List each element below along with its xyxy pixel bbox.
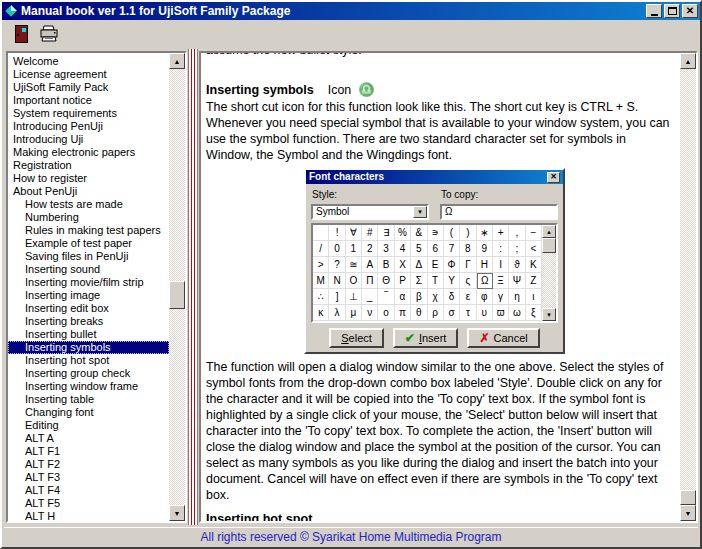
symbol-cell[interactable]: >	[313, 257, 329, 273]
sidebar-item[interactable]: ALT H	[8, 510, 169, 521]
grid-scroll-down-icon[interactable]: ▼	[542, 308, 556, 321]
symbol-cell[interactable]: ]	[329, 289, 345, 305]
symbol-cell[interactable]: ϖ	[493, 305, 509, 321]
symbol-cell[interactable]: 4	[395, 241, 411, 257]
sidebar-item[interactable]: Inserting window frame	[8, 380, 169, 393]
sidebar-scroll-down-icon[interactable]: ▼	[169, 505, 185, 521]
symbol-cell[interactable]: μ	[346, 305, 362, 321]
sidebar-scroll-thumb[interactable]	[169, 281, 185, 309]
symbol-cell[interactable]: ο	[378, 305, 394, 321]
symbol-cell[interactable]: Η	[477, 257, 493, 273]
symbol-cell[interactable]: (	[444, 225, 460, 241]
symbol-cell[interactable]: ,	[509, 225, 525, 241]
symbol-cell[interactable]: Κ	[526, 257, 542, 273]
symbol-cell[interactable]: _	[362, 289, 378, 305]
sidebar-item[interactable]: Inserting movie/film strip	[8, 276, 169, 289]
sidebar-item[interactable]: Inserting sound	[8, 263, 169, 276]
sidebar-item[interactable]: Registration	[8, 159, 169, 172]
sidebar-item[interactable]: Inserting group check	[8, 367, 169, 380]
sidebar-scroll-up-icon[interactable]: ▲	[169, 53, 185, 69]
symbol-cell[interactable]: 2	[362, 241, 378, 257]
sidebar-item[interactable]: UjiSoft Family Pack	[8, 81, 169, 94]
sidebar-item[interactable]: Welcome	[8, 55, 169, 68]
content-scroll-down-icon[interactable]: ▼	[680, 505, 696, 521]
symbol-cell[interactable]: ;	[509, 241, 525, 257]
sidebar-item[interactable]: ALT F1	[8, 445, 169, 458]
symbol-cell[interactable]: α	[395, 289, 411, 305]
symbol-cell[interactable]: φ	[477, 289, 493, 305]
symbol-cell[interactable]: Ο	[346, 273, 362, 289]
sidebar-item[interactable]: ALT A	[8, 432, 169, 445]
symbol-cell[interactable]: Γ	[460, 257, 476, 273]
sidebar-scrollbar[interactable]: ▲ ▼	[169, 53, 185, 521]
symbol-cell[interactable]: ι	[526, 289, 542, 305]
sidebar-item[interactable]: Inserting hot spot	[8, 354, 169, 367]
sidebar-item[interactable]: License agreement	[8, 68, 169, 81]
symbol-cell[interactable]: Ρ	[395, 273, 411, 289]
sidebar-item[interactable]: Making electronic papers	[8, 146, 169, 159]
symbol-cell[interactable]: Ι	[493, 257, 509, 273]
symbol-cell[interactable]: ξ	[526, 305, 542, 321]
symbol-cell[interactable]: Ξ	[493, 273, 509, 289]
symbol-cell[interactable]: Μ	[313, 273, 329, 289]
symbol-cell[interactable]: ρ	[428, 305, 444, 321]
sidebar-item[interactable]: Inserting table	[8, 393, 169, 406]
sidebar-item[interactable]: Changing font	[8, 406, 169, 419]
symbol-cell[interactable]: 6	[428, 241, 444, 257]
tocopy-input[interactable]: Ω	[440, 204, 558, 220]
symbol-cell[interactable]: θ	[411, 305, 427, 321]
symbol-cell[interactable]: Δ	[411, 257, 427, 273]
symbol-cell[interactable]: Β	[378, 257, 394, 273]
symbol-cell[interactable]: #	[362, 225, 378, 241]
grid-scrollbar[interactable]: ▲ ▼	[542, 225, 556, 321]
symbol-cell[interactable]: Φ	[444, 257, 460, 273]
sidebar-item[interactable]: Inserting image	[8, 289, 169, 302]
symbol-cell[interactable]: ∗	[477, 225, 493, 241]
symbol-cell[interactable]: γ	[493, 289, 509, 305]
symbol-cell[interactable]: δ	[444, 289, 460, 305]
maximize-button[interactable]	[664, 4, 680, 18]
symbol-cell[interactable]: Π	[362, 273, 378, 289]
sidebar-item[interactable]: Inserting edit box	[8, 302, 169, 315]
symbol-cell[interactable]: τ	[460, 305, 476, 321]
sidebar-item[interactable]: Inserting symbols	[8, 341, 169, 354]
symbol-cell[interactable]: 1	[346, 241, 362, 257]
symbol-cell[interactable]: ∴	[313, 289, 329, 305]
symbol-cell[interactable]: :	[493, 241, 509, 257]
symbol-cell[interactable]: 7	[444, 241, 460, 257]
symbol-cell[interactable]: ε	[460, 289, 476, 305]
grid-scroll-up-icon[interactable]: ▲	[542, 225, 556, 238]
symbol-cell[interactable]: Α	[362, 257, 378, 273]
sidebar-item[interactable]: About PenUji	[8, 185, 169, 198]
sidebar-item[interactable]: Inserting breaks	[8, 315, 169, 328]
symbol-cell[interactable]: ω	[509, 305, 525, 321]
symbol-cell[interactable]: ⊥	[346, 289, 362, 305]
symbol-cell[interactable]: σ	[444, 305, 460, 321]
symbol-cell[interactable]: Τ	[428, 273, 444, 289]
sidebar-item[interactable]: How to register	[8, 172, 169, 185]
symbol-cell[interactable]: /	[313, 241, 329, 257]
symbol-cell[interactable]: Σ	[411, 273, 427, 289]
sidebar-item[interactable]: ALT F2	[8, 458, 169, 471]
dialog-close-icon[interactable]: ✕	[547, 172, 560, 183]
symbol-cell[interactable]: Ω	[477, 273, 493, 289]
symbol-cell[interactable]: +	[493, 225, 509, 241]
combo-dropdown-icon[interactable]: ▼	[413, 206, 427, 218]
symbol-cell[interactable]: ‾	[378, 289, 394, 305]
sidebar-item[interactable]: Saving files in PenUji	[8, 250, 169, 263]
sidebar-item[interactable]: ALT F4	[8, 484, 169, 497]
symbol-cell[interactable]: −	[526, 225, 542, 241]
symbol-cell[interactable]: Ψ	[509, 273, 525, 289]
symbol-cell[interactable]: %	[395, 225, 411, 241]
insert-button[interactable]: ✔ Insert	[393, 328, 459, 348]
close-button[interactable]: ✕	[682, 4, 698, 18]
symbol-cell[interactable]: Ζ	[526, 273, 542, 289]
symbol-cell[interactable]: 9	[477, 241, 493, 257]
symbol-cell[interactable]: )	[460, 225, 476, 241]
symbol-cell[interactable]: ≅	[346, 257, 362, 273]
symbol-cell[interactable]: π	[395, 305, 411, 321]
sidebar-item[interactable]: Important notice	[8, 94, 169, 107]
symbol-cell[interactable]: Ν	[329, 273, 345, 289]
symbol-cell[interactable]: &	[411, 225, 427, 241]
splitter[interactable]	[187, 49, 199, 525]
